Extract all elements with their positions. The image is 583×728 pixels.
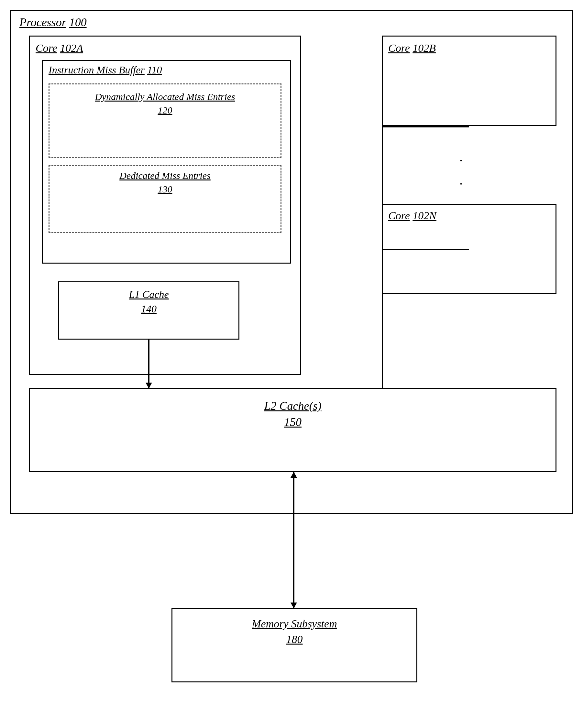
imb-label: Instruction Miss Buffer 110 xyxy=(49,64,162,76)
l2-id: 150 xyxy=(284,416,302,428)
processor-label-text: Processor xyxy=(19,16,66,29)
arrow-l1-l2 xyxy=(148,340,150,388)
processor-label: Processor 100 xyxy=(19,16,87,29)
core-n-label: Core 102N xyxy=(388,210,436,222)
dyn-entries-label-text: Dynamically Allocated Miss Entries xyxy=(95,91,235,102)
imb-id: 110 xyxy=(147,64,162,76)
connector-right-vertical xyxy=(382,126,383,391)
core-a-label: Core 102A xyxy=(35,42,83,54)
l2-cache-label: L2 Cache(s) 150 xyxy=(35,398,550,431)
arrow-l2-memory xyxy=(293,472,295,608)
ded-entries-id: 130 xyxy=(158,184,173,194)
ded-entries-label-text: Dedicated Miss Entries xyxy=(119,170,211,181)
connector-core-b-top xyxy=(382,126,469,127)
dyn-entries-label: Dynamically Allocated Miss Entries 120 xyxy=(55,90,275,117)
core-n-id: 102N xyxy=(412,210,436,222)
core-n-label-text: Core xyxy=(388,210,410,222)
processor-id: 100 xyxy=(69,16,87,29)
l2-label-text: L2 Cache(s) xyxy=(264,399,322,412)
memory-label: Memory Subsystem 180 xyxy=(178,616,411,647)
connector-core-n-bottom xyxy=(382,249,469,250)
core-a-label-text: Core xyxy=(35,42,57,54)
l1-cache-label: L1 Cache 140 xyxy=(65,287,233,316)
l1-label-text: L1 Cache xyxy=(129,288,169,300)
dyn-entries-id: 120 xyxy=(158,105,173,115)
memory-label-text: Memory Subsystem xyxy=(252,618,337,630)
l1-id: 140 xyxy=(141,303,157,315)
core-a-id: 102A xyxy=(60,42,83,54)
imb-label-text: Instruction Miss Buffer xyxy=(49,64,145,76)
core-b-label-text: Core xyxy=(388,42,410,54)
memory-id: 180 xyxy=(286,633,303,645)
ded-entries-label: Dedicated Miss Entries 130 xyxy=(55,169,275,196)
core-b-label: Core 102B xyxy=(388,42,436,54)
core-b-id: 102B xyxy=(412,42,436,54)
diagram: Processor 100 Core 102A Instruction Miss… xyxy=(10,10,573,718)
